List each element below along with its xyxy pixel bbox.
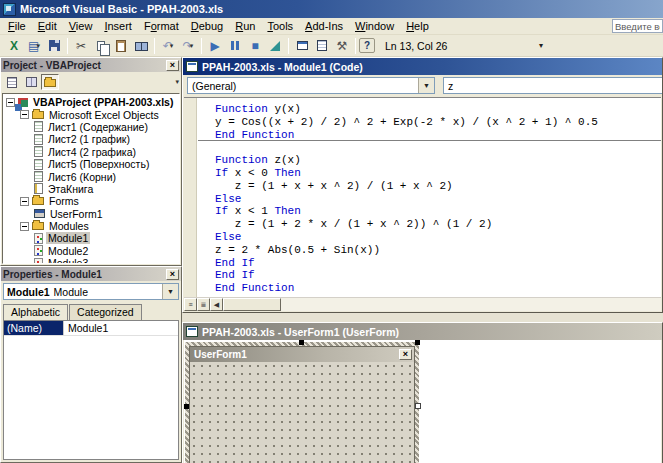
property-name[interactable]: (Name) [4, 321, 64, 335]
form-selection-frame[interactable]: UserForm1 [185, 342, 419, 463]
menu-help[interactable]: Help [400, 19, 435, 33]
tab-alphabetic[interactable]: Alphabetic [3, 304, 68, 321]
project-close-button[interactable] [166, 60, 179, 71]
properties-combo-dropdown-icon[interactable]: ▼ [162, 284, 178, 299]
collapse-icon[interactable] [20, 110, 29, 119]
tree-item-excel-objects[interactable]: Microsoft Excel Objects [3, 108, 179, 120]
collapse-icon[interactable] [6, 98, 15, 107]
tree-item-label: Modules [47, 220, 91, 232]
tab-categorized[interactable]: Categorized [69, 304, 142, 320]
run-button[interactable]: ▶ [205, 37, 225, 55]
collapse-icon[interactable] [20, 197, 29, 206]
redo-dropdown-icon[interactable]: ▾ [190, 42, 194, 50]
scroll-left-icon[interactable]: ◀ [210, 298, 223, 311]
object-combo[interactable]: (General) ▼ [187, 77, 435, 94]
procedure-view-button[interactable]: ≡ [184, 298, 197, 311]
redo-button[interactable]: ↷▾ [178, 37, 198, 55]
save-button[interactable] [44, 37, 64, 55]
code-horizontal-scrollbar[interactable]: ≡ ≣ ◀ [184, 297, 661, 311]
menu-window[interactable]: Window [349, 19, 400, 33]
undo-button[interactable]: ↶▾ [158, 37, 178, 55]
reset-button[interactable]: ■ [245, 37, 265, 55]
code-text[interactable]: Function y(x)y = Cos((x + 2) / 2) ^ 2 + … [198, 98, 661, 297]
properties-window-button[interactable] [312, 37, 332, 55]
break-button[interactable] [225, 37, 245, 55]
tree-item-forms-folder[interactable]: Forms [3, 195, 179, 207]
tree-item-module3[interactable]: Module3 [3, 257, 179, 264]
full-module-view-button[interactable]: ≣ [197, 298, 210, 311]
tree-item-label: Лист1 (Содержание) [46, 121, 150, 133]
menu-format[interactable]: Format [138, 19, 185, 33]
title-bar[interactable]: Microsoft Visual Basic - PPAH-2003.xls [0, 0, 663, 18]
tree-item-sheet-list2[interactable]: Лист2 (1 график) [3, 133, 179, 145]
cut-button[interactable]: ✂ [71, 37, 91, 55]
project-tree: VBAProject (PPAH-2003.xls)Microsoft Exce… [2, 93, 180, 264]
scrollbar-thumb[interactable] [223, 298, 281, 311]
toggle-folders-button[interactable] [41, 74, 59, 90]
module-icon [34, 245, 43, 256]
view-code-button[interactable] [3, 74, 21, 90]
menu-debug[interactable]: Debug [185, 19, 229, 33]
userform-titlebar[interactable]: UserForm1 [190, 347, 414, 362]
tree-item-sheet-list4[interactable]: Лист4 (2 графика) [3, 146, 179, 158]
tree-item-module2[interactable]: Module2 [3, 245, 179, 257]
userform-grid-surface[interactable] [190, 362, 414, 463]
tree-item-modules-folder[interactable]: Modules [3, 220, 179, 232]
code-editor[interactable]: Function y(x)y = Cos((x + 2) / 2) ^ 2 + … [184, 97, 661, 297]
tree-item-module1[interactable]: Module1 [3, 232, 179, 244]
toolbox-button[interactable]: ⚒ [332, 37, 352, 55]
tree-item-sheet-list5[interactable]: Лист5 (Поверхность) [3, 158, 179, 170]
userform[interactable]: UserForm1 [189, 346, 415, 463]
project-toolbar-options-button[interactable]: ▾ [175, 78, 179, 86]
menu-edit[interactable]: Edit [32, 19, 63, 33]
userform-close-button[interactable] [399, 349, 412, 360]
tree-item-sheet-list6[interactable]: Лист6 (Корни) [3, 170, 179, 182]
project-explorer-button[interactable] [292, 37, 312, 55]
property-value[interactable]: Module1 [64, 321, 112, 335]
mdi-area: PPAH-2003.xls - Module1 (Code) (General)… [182, 57, 663, 463]
code-window-titlebar[interactable]: PPAH-2003.xls - Module1 (Code) [183, 58, 662, 75]
menu-tools[interactable]: Tools [261, 19, 299, 33]
toolbar-options-button[interactable]: ▾ [539, 41, 543, 50]
resize-handle-top-right[interactable] [415, 340, 420, 345]
properties-object-combo[interactable]: Module1 Module ▼ [3, 283, 179, 300]
help-question-input[interactable] [612, 19, 663, 33]
paste-icon [116, 40, 126, 52]
tree-item-sheet-list1[interactable]: Лист1 (Содержание) [3, 121, 179, 133]
properties-panel-titlebar[interactable]: Properties - Module1 [1, 267, 181, 281]
resize-handle-left[interactable] [184, 404, 189, 409]
project-panel-titlebar[interactable]: Project - VBAProject [1, 58, 181, 72]
resize-handle-right[interactable] [415, 403, 421, 409]
code-line: Function z(x) [215, 154, 661, 167]
view-excel-button[interactable]: X [4, 37, 24, 55]
tree-item-userform1[interactable]: UserForm1 [3, 208, 179, 220]
insert-userform-button[interactable]: ▤▾ [24, 37, 44, 55]
code-margin-strip[interactable] [184, 98, 197, 297]
property-row[interactable]: (Name)Module1 [4, 321, 178, 336]
tree-item-this-workbook[interactable]: ЭтаКнига [3, 183, 179, 195]
help-icon: ? [364, 40, 370, 51]
menu-insert[interactable]: Insert [98, 19, 138, 33]
undo-dropdown-icon[interactable]: ▾ [170, 42, 174, 50]
paste-button[interactable] [111, 37, 131, 55]
menu-addins[interactable]: Add-Ins [299, 19, 349, 33]
help-button[interactable]: ? [359, 38, 375, 53]
find-button[interactable] [131, 37, 151, 55]
properties-grid: (Name)Module1 [3, 320, 179, 460]
code-line: End Function [198, 129, 661, 142]
design-mode-button[interactable] [265, 37, 285, 55]
properties-close-button[interactable] [166, 269, 179, 280]
menu-run[interactable]: Run [229, 19, 261, 33]
tree-item-vbaproject[interactable]: VBAProject (PPAH-2003.xls) [3, 96, 179, 108]
form-designer-canvas[interactable]: UserForm1 [184, 340, 661, 463]
copy-button[interactable] [91, 37, 111, 55]
object-combo-dropdown-icon[interactable]: ▼ [418, 78, 434, 93]
menu-file[interactable]: File [2, 19, 32, 33]
procedure-combo[interactable]: z [443, 77, 662, 94]
form-window-titlebar[interactable]: PPAH-2003.xls - UserForm1 (UserForm) [183, 323, 662, 340]
view-object-button[interactable] [22, 74, 40, 90]
collapse-icon[interactable] [20, 222, 29, 231]
resize-handle-top[interactable] [299, 340, 304, 345]
menu-view[interactable]: View [63, 19, 99, 33]
insert-userform-dropdown-icon[interactable]: ▾ [36, 42, 40, 50]
